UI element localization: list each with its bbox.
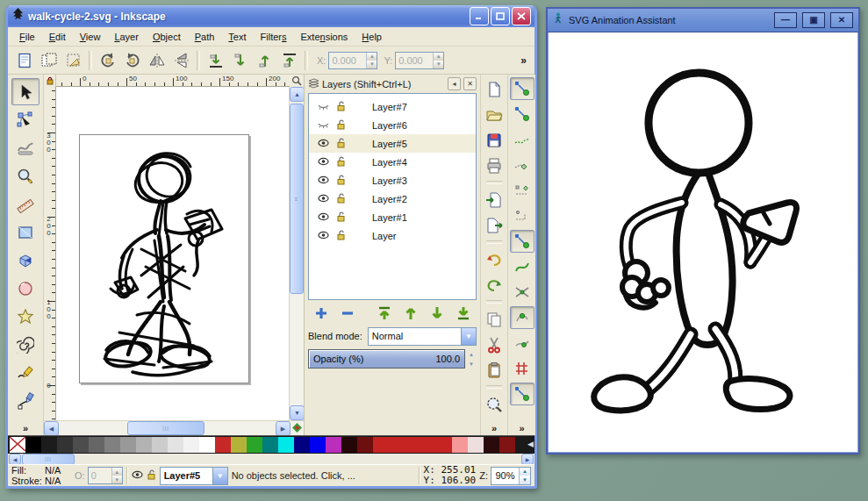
lock-open-icon[interactable] xyxy=(336,119,346,132)
commands-overflow-button[interactable]: » xyxy=(481,423,507,433)
cut-button[interactable] xyxy=(482,333,506,356)
scroll-down-button[interactable]: ▼ xyxy=(290,405,305,420)
color-swatch[interactable] xyxy=(310,437,326,453)
lower-to-bottom-button[interactable] xyxy=(452,303,475,324)
horizontal-ruler[interactable]: 050100150200 xyxy=(56,75,290,87)
canvas-vertical-scrollbar[interactable]: ▲ ≡ ▼ xyxy=(289,87,304,420)
palette-scrollbar[interactable]: ◀ ||| ▶ xyxy=(8,454,534,464)
layer-row[interactable]: Layer#2 xyxy=(309,190,476,208)
layer-name[interactable]: Layer xyxy=(372,231,397,241)
assistant-titlebar[interactable]: SVG Animation Assistant — ▣ ✕ xyxy=(548,9,858,32)
raise-button[interactable] xyxy=(399,303,422,324)
color-swatch[interactable] xyxy=(168,437,183,453)
select-all-layers-button[interactable] xyxy=(37,48,61,72)
select-all-button[interactable] xyxy=(12,48,36,72)
tweak-tool[interactable] xyxy=(11,134,39,161)
color-management-icon[interactable] xyxy=(291,421,304,434)
stroke-value[interactable]: N/A xyxy=(45,476,71,486)
visibility-on-icon[interactable] xyxy=(318,231,329,241)
layer-row[interactable]: Layer#7 xyxy=(309,97,476,116)
scroll-left-button[interactable]: ◀ xyxy=(44,421,59,436)
calligraphy-tool[interactable] xyxy=(11,387,39,414)
star-tool[interactable] xyxy=(11,303,39,330)
snap-cusp-nodes-button[interactable] xyxy=(510,306,534,329)
assistant-canvas[interactable] xyxy=(548,32,858,453)
opacity-field[interactable]: 0 ▲▼ xyxy=(88,467,123,484)
layer-visibility-icon[interactable] xyxy=(132,470,143,481)
svg-page[interactable] xyxy=(79,134,249,383)
zoom-field[interactable]: 90% ▲▼ xyxy=(491,467,531,485)
chevron-down-icon[interactable]: ▼ xyxy=(461,328,476,345)
x-coord-field[interactable]: 0.000▲▼ xyxy=(328,52,377,69)
snap-bbox-corners-button[interactable] xyxy=(510,154,534,176)
maximize-button[interactable] xyxy=(491,7,510,25)
ruler-lock-icon[interactable] xyxy=(44,75,56,87)
color-swatch[interactable] xyxy=(278,437,294,453)
color-swatch[interactable] xyxy=(436,437,452,453)
lock-open-icon[interactable] xyxy=(336,156,346,168)
menu-help[interactable]: Help xyxy=(355,30,388,44)
copy-button[interactable] xyxy=(482,307,506,331)
scroll-up-button[interactable]: ▲ xyxy=(290,87,305,102)
layer-row[interactable]: Layer#1 xyxy=(309,208,476,226)
layer-row[interactable]: Layer#5 xyxy=(309,134,476,153)
color-swatch[interactable] xyxy=(57,437,73,453)
menu-text[interactable]: Text xyxy=(222,30,252,44)
print-button[interactable] xyxy=(482,154,506,177)
dock-collapse-button[interactable]: ◂ xyxy=(448,77,461,90)
menu-file[interactable]: File xyxy=(13,30,41,44)
layer-row[interactable]: Layer#3 xyxy=(309,171,476,190)
snap-paths-button[interactable] xyxy=(510,255,534,278)
color-swatch[interactable] xyxy=(499,437,515,453)
close-button[interactable]: ✕ xyxy=(830,12,853,28)
snap-bounding-box-button[interactable] xyxy=(510,103,534,125)
color-swatch[interactable] xyxy=(420,437,436,453)
zoom-drawing-button[interactable] xyxy=(482,392,506,416)
color-swatch[interactable] xyxy=(136,437,152,453)
menu-path[interactable]: Path xyxy=(189,30,221,44)
color-swatch[interactable] xyxy=(231,437,247,453)
lock-open-icon[interactable] xyxy=(336,230,346,242)
lower-button[interactable] xyxy=(426,303,448,324)
swatch-none[interactable] xyxy=(10,437,25,453)
palette-scroll-right[interactable]: ▶ xyxy=(521,454,534,465)
snap-overflow-button[interactable]: » xyxy=(508,423,535,433)
color-swatch[interactable] xyxy=(25,437,41,453)
opacity-slider[interactable]: Opacity (%) 100.0 xyxy=(308,349,465,369)
raise-to-top-button[interactable] xyxy=(373,303,396,324)
maximize-button[interactable]: ▣ xyxy=(802,12,825,28)
layer-name[interactable]: Layer#6 xyxy=(372,120,407,131)
blend-mode-select[interactable]: Normal ▼ xyxy=(368,327,477,346)
color-swatch[interactable] xyxy=(357,437,373,453)
visibility-off-icon[interactable] xyxy=(318,120,329,131)
palette-scroll-left[interactable]: ◀ xyxy=(9,454,21,465)
color-swatch[interactable] xyxy=(484,437,499,453)
box-3d-tool[interactable] xyxy=(11,247,39,274)
zoom-tool[interactable] xyxy=(11,162,39,190)
minimize-button[interactable]: — xyxy=(774,12,797,28)
canvas-horizontal-scrollbar[interactable]: ◀ ||| ▶ xyxy=(44,420,304,435)
ellipse-tool[interactable] xyxy=(11,275,39,302)
lock-open-icon[interactable] xyxy=(336,211,346,224)
layer-name[interactable]: Layer#3 xyxy=(372,175,407,186)
lock-open-icon[interactable] xyxy=(336,138,346,150)
horizontal-scroll-thumb[interactable]: ||| xyxy=(127,421,204,435)
color-swatch[interactable] xyxy=(104,437,120,453)
vertical-ruler[interactable]: 3002001000 xyxy=(44,87,56,420)
layer-name[interactable]: Layer#2 xyxy=(372,194,407,204)
current-layer-select[interactable]: Layer#5 ▼ xyxy=(160,467,228,485)
toolbox-overflow-button[interactable]: » xyxy=(8,423,43,433)
snap-enable-button[interactable] xyxy=(510,77,534,100)
color-swatch[interactable] xyxy=(405,437,420,453)
color-swatch[interactable] xyxy=(89,437,104,453)
add-layer-button[interactable] xyxy=(310,303,333,324)
menu-object[interactable]: Object xyxy=(147,30,187,44)
rectangle-tool[interactable] xyxy=(11,218,39,246)
layer-name[interactable]: Layer#1 xyxy=(372,212,407,223)
color-swatch[interactable] xyxy=(215,437,231,453)
visibility-on-icon[interactable] xyxy=(318,157,329,168)
color-swatch[interactable] xyxy=(120,437,136,453)
color-swatch[interactable] xyxy=(452,437,468,453)
layer-name[interactable]: Layer#5 xyxy=(372,139,407,149)
menu-extensions[interactable]: Extensions xyxy=(295,30,355,44)
